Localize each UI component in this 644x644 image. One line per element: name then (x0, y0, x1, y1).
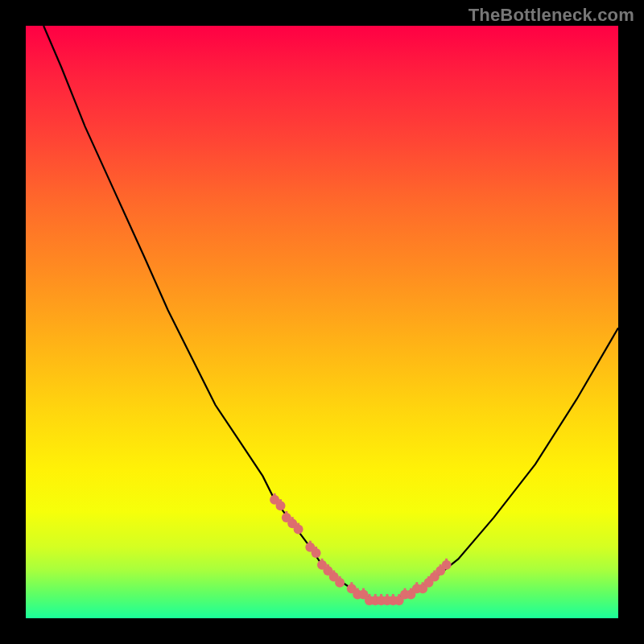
flat-region-markers (270, 493, 451, 605)
bottleneck-curve (43, 26, 618, 601)
curve-svg (26, 26, 618, 618)
chart-stage: TheBottleneck.com (0, 0, 644, 644)
watermark-text: TheBottleneck.com (469, 5, 634, 26)
plot-area (26, 26, 618, 618)
